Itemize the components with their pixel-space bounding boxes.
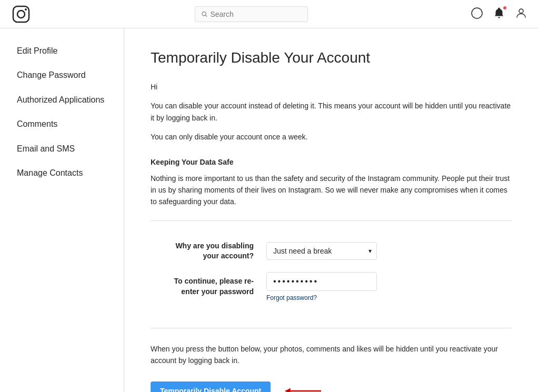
explore-icon[interactable] bbox=[471, 7, 483, 21]
header bbox=[0, 0, 538, 28]
password-control: Forgot password? bbox=[266, 272, 377, 301]
password-input[interactable] bbox=[266, 272, 377, 291]
keeping-safe-text: Nothing is more important to us than the… bbox=[151, 173, 512, 208]
svg-point-5 bbox=[472, 8, 482, 18]
svg-point-1 bbox=[17, 11, 25, 18]
notifications-icon[interactable] bbox=[493, 7, 505, 21]
sidebar-item-comments[interactable]: Comments bbox=[0, 112, 124, 136]
arrow-indicator bbox=[281, 383, 323, 392]
greeting-text: Hi bbox=[151, 81, 512, 93]
svg-point-7 bbox=[519, 9, 523, 13]
reason-row: Why are you disablingyour account? Just … bbox=[151, 241, 512, 262]
password-row: To continue, please re-enter your passwo… bbox=[151, 272, 512, 301]
sidebar: Edit Profile Change Password Authorized … bbox=[0, 28, 124, 392]
notification-dot bbox=[503, 6, 507, 10]
profile-icon[interactable] bbox=[515, 7, 527, 21]
main-content: Temporarily Disable Your Account Hi You … bbox=[124, 28, 538, 392]
svg-point-3 bbox=[202, 12, 205, 15]
disable-form: Why are you disablingyour account? Just … bbox=[151, 236, 512, 317]
reason-select-wrapper: Just need a break Privacy concerns Too d… bbox=[266, 242, 377, 260]
search-bar[interactable] bbox=[195, 6, 308, 22]
page-layout: Edit Profile Change Password Authorized … bbox=[0, 28, 538, 392]
sidebar-item-email-sms[interactable]: Email and SMS bbox=[0, 137, 124, 161]
password-label: To continue, please re-enter your passwo… bbox=[151, 272, 266, 297]
reason-control: Just need a break Privacy concerns Too d… bbox=[266, 242, 377, 260]
svg-rect-0 bbox=[13, 6, 29, 22]
temporarily-disable-button[interactable]: Temporarily Disable Account bbox=[151, 381, 271, 392]
svg-line-4 bbox=[205, 15, 206, 16]
header-icons bbox=[471, 7, 527, 21]
forgot-password-link[interactable]: Forgot password? bbox=[266, 294, 377, 301]
bottom-text: When you press the button below, your ph… bbox=[151, 343, 512, 367]
sidebar-item-authorized-applications[interactable]: Authorized Applications bbox=[0, 88, 124, 112]
once-week-text: You can only disable your account once a… bbox=[151, 131, 512, 143]
divider-1 bbox=[151, 220, 512, 221]
search-icon bbox=[202, 11, 207, 17]
intro-text: You can disable your account instead of … bbox=[151, 100, 512, 124]
sidebar-item-manage-contacts[interactable]: Manage Contacts bbox=[0, 161, 124, 185]
svg-point-2 bbox=[25, 8, 27, 11]
page-title: Temporarily Disable Your Account bbox=[151, 49, 512, 66]
keeping-safe-heading: Keeping Your Data Safe bbox=[151, 158, 512, 166]
search-input[interactable] bbox=[210, 10, 301, 18]
svg-marker-6 bbox=[475, 11, 479, 15]
sidebar-item-edit-profile[interactable]: Edit Profile bbox=[0, 39, 124, 63]
disable-btn-row: Temporarily Disable Account bbox=[151, 381, 512, 392]
sidebar-item-change-password[interactable]: Change Password bbox=[0, 63, 124, 87]
reason-label: Why are you disablingyour account? bbox=[151, 241, 266, 262]
instagram-logo[interactable] bbox=[11, 4, 32, 25]
reason-select[interactable]: Just need a break Privacy concerns Too d… bbox=[266, 242, 377, 260]
arrow-icon bbox=[281, 383, 323, 392]
divider-2 bbox=[151, 328, 512, 328]
